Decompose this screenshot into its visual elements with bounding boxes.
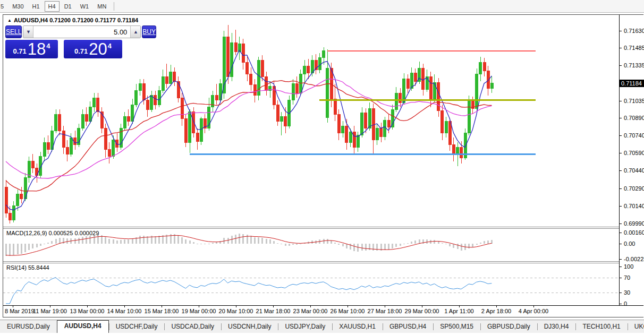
chart-window: ▲AUDUSD,H4 0.71200 0.71200 0.71177 0.711… [3, 14, 643, 317]
price-axis-label: 0.70740 [624, 132, 644, 139]
rsi-axis-tick [619, 278, 622, 278]
rsi-axis-label: 30 [624, 289, 630, 296]
price-axis-label: 0.69990 [624, 220, 644, 227]
time-axis-label: 4 Apr 00:00 [510, 308, 557, 314]
price-axis-label: 0.70290 [624, 185, 644, 192]
time-axis-tick [273, 306, 274, 307]
rsi-axis-label: 100 [624, 263, 633, 270]
rsi-label: RSI(14) 55.8444 [6, 264, 49, 271]
time-axis-tick [496, 306, 497, 307]
chart-tab-usdchf-daily[interactable]: USDCHF,Daily [109, 321, 165, 333]
timeframe-m30[interactable]: M30 [9, 1, 27, 12]
chart-tab-ukc[interactable]: UKC [628, 321, 644, 333]
macd-axis-label: 0.001605 [624, 229, 644, 236]
price-axis-tick [619, 206, 622, 207]
timeframe-5[interactable]: 5 [0, 1, 7, 12]
price-axis-label: 0.71630 [624, 28, 644, 34]
rsi-axis-tick [619, 267, 622, 267]
price-axis-label: 0.71485 [624, 45, 644, 51]
rsi-axis-tick [619, 304, 622, 304]
price-axis-label: 0.70440 [624, 167, 644, 174]
volume-input[interactable] [33, 26, 130, 38]
current-price-tag: 0.71184 [620, 80, 644, 87]
buy-price-display[interactable]: 0.71204 [64, 40, 122, 58]
chart-tab-audusd-h4[interactable]: AUDUSD,H4 [57, 320, 109, 333]
rsi-axis-label: 0 [624, 300, 627, 307]
macd-panel[interactable]: MACD(12,26,9) 0.000525 0.000029 [3, 229, 619, 262]
macd-axis-tick [619, 244, 622, 244]
macd-axis-tick [619, 259, 622, 260]
chart-tab-dj30-h4[interactable]: DJ30,H4 [537, 321, 576, 333]
time-axis-tick [124, 306, 125, 307]
toolbar-separator [114, 2, 114, 11]
timeframe-h4[interactable]: H4 [45, 1, 60, 12]
price-axis-label: 0.70590 [624, 150, 644, 156]
price-axis-tick [619, 48, 622, 48]
rsi-panel[interactable]: RSI(14) 55.8444 [3, 263, 619, 305]
time-axis-tick [199, 306, 199, 307]
chart-tab-gbpusd-daily[interactable]: GBPUSD,Daily [480, 321, 537, 333]
price-axis[interactable]: 0.716300.714850.713350.711840.710350.708… [619, 15, 643, 305]
time-axis-tick [50, 306, 50, 307]
chart-tab-eurusd-daily[interactable]: EURUSD,Daily [0, 321, 57, 333]
chart-tab-usdcnh-daily[interactable]: USDCNH,Daily [221, 321, 278, 333]
macd-axis-label: 0.00 [624, 240, 635, 247]
sell-button[interactable]: SELL [5, 25, 22, 38]
chart-tab-xauusd-h1[interactable]: XAUUSD,H1 [332, 321, 383, 333]
symbol-ohlc-text: AUDUSD,H4 0.71200 0.71200 0.71177 0.7118… [14, 17, 138, 23]
timeframe-w1[interactable]: W1 [77, 1, 93, 12]
symbol-ohlc-line: ▲AUDUSD,H4 0.71200 0.71200 0.71177 0.711… [7, 17, 138, 23]
chart-tab-usdjpy-daily[interactable]: USDJPY,Daily [278, 321, 332, 333]
macd-label: MACD(12,26,9) 0.000525 0.000029 [6, 230, 99, 236]
time-axis-tick [422, 306, 422, 307]
rsi-axis-tick [619, 293, 622, 293]
sell-price-display[interactable]: 0.71184 [5, 40, 58, 58]
price-axis-tick [619, 188, 622, 189]
rsi-axis-label: 70 [624, 274, 630, 281]
time-axis-tick [236, 306, 236, 307]
time-axis-tick [348, 306, 348, 307]
price-axis-tick [619, 153, 622, 153]
volume-increase-button[interactable]: ▲ [130, 26, 140, 38]
price-axis-tick [619, 170, 622, 171]
chart-tab-gbpusd-h4[interactable]: GBPUSD,H4 [383, 321, 433, 333]
volume-control: ▼ ▲ [23, 25, 141, 38]
timeframe-mn[interactable]: MN [94, 1, 110, 12]
timeframe-toolbar: 5M30H1H4D1W1MN [0, 0, 644, 13]
timeframe-h1[interactable]: H1 [29, 1, 44, 12]
time-axis-tick [533, 306, 534, 307]
one-click-trading-panel: SELL ▼ ▲ BUY 0.71184 0.71204 [5, 25, 123, 58]
macd-axis-tick [619, 233, 622, 233]
time-axis-tick [459, 306, 460, 307]
price-axis-tick [619, 118, 622, 118]
price-axis-label: 0.71035 [624, 98, 644, 104]
price-axis-tick [619, 224, 622, 224]
price-axis-label: 0.71335 [624, 62, 644, 68]
collapse-icon[interactable]: ▲ [7, 18, 12, 23]
time-axis[interactable]: 8 Mar 201911 Mar 19:0013 Mar 00:0014 Mar… [3, 305, 643, 317]
time-axis-tick [162, 306, 162, 307]
timeframe-d1[interactable]: D1 [61, 1, 75, 12]
time-axis-tick [385, 306, 385, 307]
chart-tab-usdcad-daily[interactable]: USDCAD,Daily [164, 321, 221, 333]
time-axis-tick [87, 306, 88, 307]
chart-tabs-bar: EURUSD,DailyAUDUSD,H4USDCHF,DailyUSDCAD,… [0, 320, 644, 333]
chart-tab-tech100-h1[interactable]: TECH100,H1 [575, 321, 627, 333]
volume-decrease-button[interactable]: ▼ [23, 26, 33, 38]
price-axis-tick [619, 65, 622, 66]
price-axis-tick [619, 135, 622, 136]
price-axis-tick [619, 101, 622, 101]
main-chart-plot[interactable]: ▲AUDUSD,H4 0.71200 0.71200 0.71177 0.711… [3, 15, 619, 227]
price-axis-tick [619, 31, 622, 31]
price-axis-label: 0.70140 [624, 203, 644, 209]
chart-tab-sp500-m15[interactable]: SP500,M15 [433, 321, 480, 333]
buy-button[interactable]: BUY [142, 25, 156, 38]
time-axis-tick [310, 306, 311, 307]
price-axis-label: 0.70890 [624, 115, 644, 121]
macd-axis-label: -0.002235 [624, 256, 644, 262]
time-axis-tick [13, 306, 13, 307]
